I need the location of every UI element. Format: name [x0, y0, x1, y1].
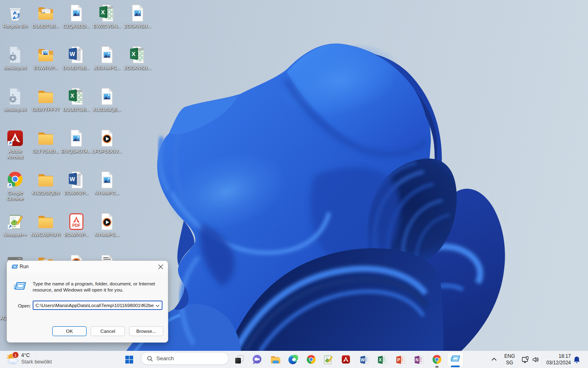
svg-text:W: W [69, 176, 75, 182]
svg-text:P: P [397, 358, 400, 362]
svg-text:X: X [131, 51, 136, 57]
svg-text:1: 1 [14, 353, 16, 357]
svg-text:X: X [379, 358, 381, 362]
svg-text:X: X [101, 9, 105, 16]
svg-text:X: X [70, 92, 74, 99]
svg-text:PDF: PDF [72, 223, 80, 228]
svg-text:N: N [415, 358, 419, 362]
svg-text:W: W [69, 51, 75, 57]
svg-text:W: W [361, 358, 365, 362]
